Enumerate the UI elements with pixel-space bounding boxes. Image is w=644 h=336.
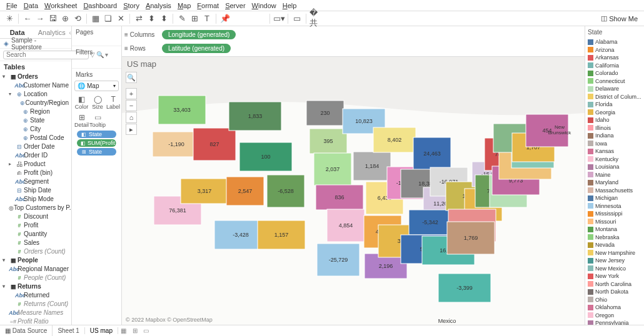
field-people-count-[interactable]: #People (Count) (0, 274, 71, 282)
field-state[interactable]: ⊕State (0, 116, 71, 125)
columns-pill-longitude[interactable]: Longitude (generated) (162, 30, 236, 39)
mark-tooltip-button[interactable]: ▭Tooltip (89, 112, 106, 129)
fit-icon[interactable]: ▭▾ (273, 13, 284, 24)
legend-item-arizona[interactable]: Arizona (586, 46, 643, 54)
field-regional-manager[interactable]: AbcRegional Manager (0, 265, 71, 274)
menu-format[interactable]: Format (194, 2, 221, 9)
mark-type-dropdown[interactable]: 🌐Map ▾ (74, 81, 119, 91)
field-measure-names[interactable]: AbcMeasure Names (0, 309, 71, 317)
filters-shelf[interactable]: Filters (72, 46, 121, 69)
mark-detail-button[interactable]: ⊞Detail (74, 112, 89, 129)
new-dashboard-tab-icon[interactable]: ⊞ (129, 327, 141, 334)
field-profit-bin-[interactable]: ⫙Profit (bin) (0, 169, 71, 177)
state-nevada[interactable] (181, 179, 228, 204)
rows-shelf[interactable]: Latitude (generated) (162, 44, 582, 53)
sheet-title[interactable]: US map (127, 59, 156, 69)
swap-icon[interactable]: ⇄ (133, 13, 144, 24)
legend-item-district-of-colum-[interactable]: District of Colum... (586, 93, 643, 101)
menu-map[interactable]: Map (175, 2, 193, 9)
field-returns[interactable]: ▾▦Returns (0, 282, 71, 291)
state-utah[interactable] (226, 177, 264, 205)
map-search-button[interactable]: 🔍 (126, 72, 137, 83)
pages-shelf[interactable]: Pages (72, 26, 121, 46)
menu-data[interactable]: Data (21, 2, 41, 9)
field-ship-date[interactable]: ⊟Ship Date (0, 186, 71, 195)
group-icon[interactable]: ⊞ (189, 13, 200, 24)
menu-analysis[interactable]: Analysis (143, 2, 174, 9)
field-order-date[interactable]: ⊟Order Date (0, 142, 71, 151)
save-icon[interactable]: 🖫 (47, 13, 58, 24)
state-tennessee[interactable] (409, 210, 451, 235)
legend-item-delaware[interactable]: Delaware (586, 85, 643, 93)
mark-pill-state[interactable]: ⊞State (77, 148, 116, 156)
legend-item-louisiana[interactable]: Louisiana (586, 163, 643, 171)
legend-item-massachusetts[interactable]: Massachusetts (586, 187, 643, 195)
viz-canvas[interactable]: US map 🔍 + − ⌂ ▸ 33,403-1,19076,3813,317… (122, 57, 585, 325)
field-postal-code[interactable]: ⊕Postal Code (0, 134, 71, 142)
tableau-logo-icon[interactable]: ✳ (4, 13, 15, 24)
menu-worksheet[interactable]: Worksheet (42, 2, 79, 9)
field-quantity[interactable]: #Quantity (0, 230, 71, 239)
state-south-carolina[interactable] (447, 222, 495, 254)
state-wisconsin[interactable] (373, 127, 416, 152)
legend-item-pennsylvania[interactable]: Pennsylvania (586, 319, 643, 325)
state-maine[interactable] (526, 114, 568, 147)
legend-item-north-dakota[interactable]: North Dakota (586, 288, 643, 296)
legend-item-alabama[interactable]: Alabama (586, 38, 643, 46)
state-florida[interactable] (438, 274, 491, 302)
zoom-home-button[interactable]: ⌂ (126, 112, 137, 123)
mark-pill-sum-profit-[interactable]: ◧SUM(Profit) (77, 139, 116, 147)
legend-item-nevada[interactable]: Nevada (586, 241, 643, 249)
legend-item-new-york[interactable]: New York (586, 272, 643, 280)
state-new-mexico[interactable] (258, 220, 305, 249)
field-sales[interactable]: #Sales (0, 239, 71, 247)
legend-item-maine[interactable]: Maine (586, 171, 643, 179)
legend-item-new-hampshire[interactable]: New Hampshire (586, 249, 643, 257)
field-top-customers-by-p-[interactable]: ◎Top Customers by P... (0, 204, 71, 212)
map-svg[interactable]: 33,403-1,19076,3813,3178271,8331002,547-… (122, 57, 585, 325)
state-iowa[interactable] (353, 152, 391, 180)
menu-file[interactable]: File (4, 2, 20, 9)
presentation-icon[interactable]: ▭ (291, 13, 303, 24)
menu-dashboard[interactable]: Dashboard (81, 2, 119, 9)
field-people[interactable]: ▾▦People (0, 256, 71, 265)
state-nebraska[interactable] (314, 153, 351, 185)
field-orders[interactable]: ▾▦Orders (0, 72, 71, 81)
mark-pill-state[interactable]: ◧State (77, 131, 116, 138)
state-colorado[interactable] (267, 175, 304, 207)
rows-pill-latitude[interactable]: Latitude (generated) (162, 44, 231, 53)
field-returns-count-[interactable]: #Returns (Count) (0, 300, 71, 309)
legend-item-colorado[interactable]: Colorado (586, 69, 643, 77)
menu-server[interactable]: Server (223, 2, 248, 9)
state-washington[interactable] (158, 96, 206, 124)
field-segment[interactable]: AbcSegment (0, 177, 71, 186)
legend-item-michigan[interactable]: Michigan (586, 194, 643, 202)
legend-item-minnesota[interactable]: Minnesota (586, 202, 643, 210)
label-icon[interactable]: T (201, 13, 213, 24)
state-north-dakota[interactable] (306, 101, 344, 126)
state-south-dakota[interactable] (309, 129, 347, 154)
mark-size-button[interactable]: ◯Size (89, 94, 106, 111)
state-oklahoma[interactable] (327, 209, 365, 242)
share-icon[interactable]: �共 (309, 13, 321, 24)
field-location[interactable]: ▾⊕Location (0, 90, 71, 99)
duplicate-icon[interactable]: ❏ (103, 13, 114, 24)
field-region[interactable]: ⊕Region (0, 107, 71, 116)
new-datasource-icon[interactable]: ⊕ (59, 13, 71, 24)
menu-help[interactable]: Help (280, 2, 299, 9)
sort-asc-icon[interactable]: ⬍ (146, 13, 157, 24)
pin-icon[interactable]: 📌 (219, 13, 231, 24)
legend-item-montana[interactable]: Montana (586, 225, 643, 234)
field-country-region[interactable]: ⊕Country/Region (0, 99, 71, 107)
show-me-button[interactable]: ◫ Show Me (598, 13, 640, 24)
back-icon[interactable]: ← (22, 13, 33, 24)
legend-item-idaho[interactable]: Idaho (586, 116, 643, 124)
collapse-icon[interactable]: ‹ (69, 26, 71, 38)
legend-item-georgia[interactable]: Georgia (586, 109, 643, 117)
field-ship-mode[interactable]: AbcShip Mode (0, 195, 71, 204)
field-city[interactable]: ⊕City (0, 125, 71, 134)
legend-item-new-mexico[interactable]: New Mexico (586, 265, 643, 273)
new-worksheet-tab-icon[interactable]: ▦ (118, 327, 129, 334)
state-wyoming[interactable] (239, 142, 292, 171)
autoupdate-icon[interactable]: ⟲ (72, 13, 83, 24)
